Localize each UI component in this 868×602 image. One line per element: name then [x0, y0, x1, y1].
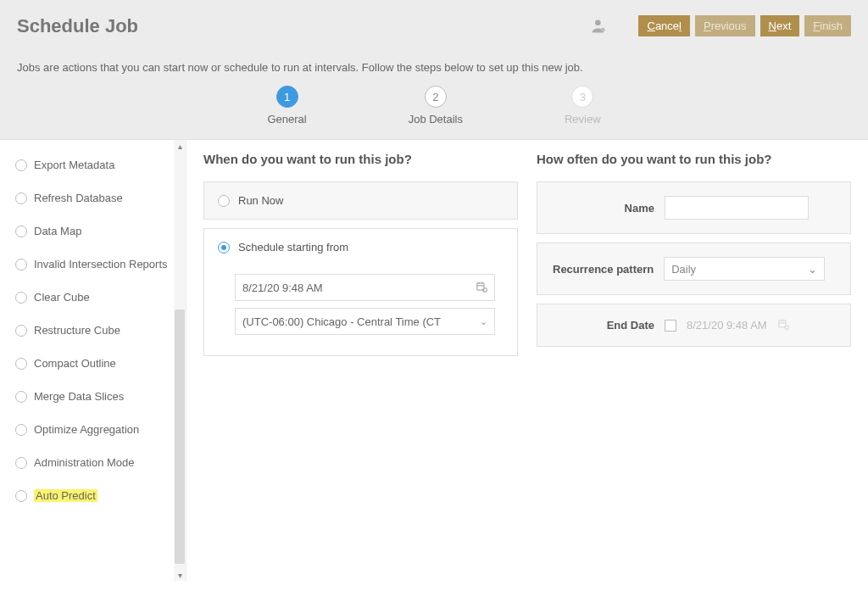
when-title: When do you want to run this job? [203, 152, 518, 166]
recurrence-panel: Recurrence pattern Daily ⌄ [537, 242, 851, 295]
when-column: When do you want to run this job? Run No… [203, 152, 518, 569]
scrollbar[interactable]: ▴ ▾ [174, 140, 186, 581]
datetime-field[interactable]: 8/21/20 9:48 AM [235, 274, 495, 301]
end-date-value: 8/21/20 9:48 AM [687, 319, 767, 332]
subtitle: Jobs are actions that you can start now … [17, 61, 851, 74]
recurrence-select[interactable]: Daily ⌄ [664, 257, 825, 281]
radio-icon [15, 325, 27, 337]
chevron-down-icon: ⌄ [808, 263, 817, 276]
recurrence-label: Recurrence pattern [553, 263, 654, 276]
next-button[interactable]: Next [760, 15, 800, 36]
main: Export Metadata Refresh Database Data Ma… [0, 140, 868, 581]
radio-icon [15, 391, 27, 403]
end-date-checkbox[interactable] [665, 320, 676, 332]
radio-icon [15, 192, 27, 204]
calendar-icon[interactable] [476, 281, 487, 295]
radio-icon [15, 358, 27, 370]
calendar-icon [777, 318, 789, 332]
radio-icon [15, 292, 27, 304]
sidebar-item-merge-data-slices[interactable]: Merge Data Slices [0, 380, 186, 413]
sidebar-item-compact-outline[interactable]: Compact Outline [0, 347, 186, 380]
header-actions: Cancel Previous Next Finish [591, 15, 851, 36]
sidebar-item-clear-cube[interactable]: Clear Cube [0, 281, 186, 314]
page-title: Schedule Job [17, 15, 138, 37]
sidebar-item-data-map[interactable]: Data Map [0, 215, 186, 248]
run-now-option[interactable]: Run Now [204, 182, 517, 219]
run-now-panel: Run Now [203, 181, 518, 220]
step-review: 3 Review [565, 86, 601, 125]
name-label: Name [553, 202, 654, 215]
sidebar-item-invalid-intersection-reports[interactable]: Invalid Intersection Reports [0, 248, 186, 281]
step-general[interactable]: 1 General [267, 86, 306, 125]
radio-icon [15, 490, 27, 502]
name-panel: Name [537, 181, 851, 234]
previous-button: Previous [695, 15, 755, 36]
cancel-button[interactable]: Cancel [638, 15, 689, 36]
radio-icon [218, 195, 230, 207]
schedule-panel: Schedule starting from 8/21/20 9:48 AM (… [203, 228, 518, 356]
radio-icon [218, 242, 230, 254]
header: Schedule Job Cancel Previous Next Finish… [0, 0, 868, 140]
scroll-thumb[interactable] [175, 309, 185, 564]
sidebar-item-refresh-database[interactable]: Refresh Database [0, 181, 186, 215]
sidebar-item-export-metadata[interactable]: Export Metadata [0, 148, 186, 181]
radio-icon [15, 457, 27, 469]
sidebar-item-administration-mode[interactable]: Administration Mode [0, 446, 186, 479]
sidebar: Export Metadata Refresh Database Data Ma… [0, 140, 186, 581]
stepper: 1 General 2 Job Details 3 Review [17, 86, 851, 125]
radio-icon [15, 259, 27, 270]
radio-icon [15, 424, 27, 436]
end-date-panel: End Date 8/21/20 9:48 AM [537, 304, 851, 347]
finish-button: Finish [804, 15, 851, 36]
name-input[interactable] [665, 196, 809, 220]
timezone-field[interactable]: (UTC-06:00) Chicago - Central Time (CT ⌄ [235, 308, 495, 335]
sidebar-item-auto-predict[interactable]: Auto Predict [0, 479, 186, 512]
radio-icon [15, 226, 27, 237]
sidebar-item-restructure-cube[interactable]: Restructure Cube [0, 314, 186, 347]
step-job-details[interactable]: 2 Job Details [409, 86, 463, 125]
how-column: How often do you want to run this job? N… [537, 152, 851, 569]
scroll-up-icon[interactable]: ▴ [174, 140, 186, 152]
how-title: How often do you want to run this job? [537, 152, 851, 166]
radio-icon [15, 159, 27, 171]
chevron-down-icon: ⌄ [480, 316, 487, 327]
end-date-label: End Date [553, 319, 654, 332]
sidebar-item-optimize-aggregation[interactable]: Optimize Aggregation [0, 413, 186, 446]
svg-point-0 [595, 20, 601, 25]
user-icon[interactable] [591, 18, 608, 35]
svg-point-1 [601, 27, 605, 31]
content: When do you want to run this job? Run No… [186, 140, 868, 581]
schedule-from-option[interactable]: Schedule starting from [204, 229, 517, 265]
scroll-down-icon[interactable]: ▾ [174, 569, 186, 581]
